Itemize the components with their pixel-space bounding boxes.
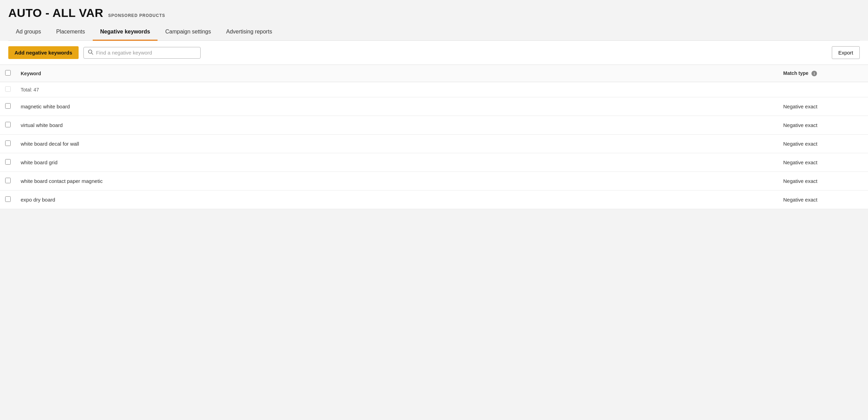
keyword-cell: magnetic white board bbox=[16, 97, 778, 116]
keyword-cell: white board contact paper magnetic bbox=[16, 172, 778, 191]
row-checkbox-cell bbox=[0, 116, 16, 135]
row-checkbox[interactable] bbox=[5, 196, 11, 202]
tab-ad-groups[interactable]: Ad groups bbox=[8, 24, 49, 41]
match-type-cell: Negative exact bbox=[778, 135, 868, 153]
sponsored-badge: SPONSORED PRODUCTS bbox=[108, 13, 165, 18]
select-all-checkbox[interactable] bbox=[5, 70, 11, 76]
page-header: AUTO - ALL VAR SPONSORED PRODUCTS Ad gro… bbox=[0, 0, 868, 41]
row-checkbox-cell bbox=[0, 135, 16, 153]
tab-placements[interactable]: Placements bbox=[49, 24, 93, 41]
search-icon bbox=[88, 49, 93, 56]
table-row: virtual white boardNegative exact bbox=[0, 116, 868, 135]
keyword-cell: expo dry board bbox=[16, 191, 778, 209]
match-type-cell: Negative exact bbox=[778, 97, 868, 116]
row-checkbox[interactable] bbox=[5, 178, 11, 183]
page-wrapper: AUTO - ALL VAR SPONSORED PRODUCTS Ad gro… bbox=[0, 0, 868, 420]
toolbar: Add negative keywords Export bbox=[0, 41, 868, 65]
row-checkbox[interactable] bbox=[5, 103, 11, 109]
keyword-cell: white board decal for wall bbox=[16, 135, 778, 153]
row-checkbox[interactable] bbox=[5, 140, 11, 146]
campaign-title: AUTO - ALL VAR bbox=[8, 6, 103, 20]
tab-campaign-settings[interactable]: Campaign settings bbox=[158, 24, 219, 41]
keyword-column-header: Keyword bbox=[16, 65, 778, 82]
table-row: white board contact paper magneticNegati… bbox=[0, 172, 868, 191]
table-header-row: Keyword Match type i bbox=[0, 65, 868, 82]
svg-line-1 bbox=[91, 53, 93, 54]
search-input[interactable] bbox=[96, 50, 196, 56]
add-negative-keywords-button[interactable]: Add negative keywords bbox=[8, 46, 79, 59]
total-match-cell bbox=[778, 82, 868, 97]
nav-tabs: Ad groupsPlacementsNegative keywordsCamp… bbox=[8, 24, 860, 41]
row-checkbox[interactable] bbox=[5, 122, 11, 127]
row-checkbox-cell bbox=[0, 191, 16, 209]
total-count: Total: 47 bbox=[16, 82, 778, 97]
table-row: magnetic white boardNegative exact bbox=[0, 97, 868, 116]
row-checkbox-cell bbox=[0, 172, 16, 191]
row-checkbox[interactable] bbox=[5, 159, 11, 165]
table-row: white board decal for wallNegative exact bbox=[0, 135, 868, 153]
tab-negative-keywords[interactable]: Negative keywords bbox=[93, 24, 158, 41]
match-type-info-icon[interactable]: i bbox=[811, 71, 817, 76]
match-type-cell: Negative exact bbox=[778, 116, 868, 135]
table-row: expo dry boardNegative exact bbox=[0, 191, 868, 209]
total-row-checkbox[interactable] bbox=[5, 86, 11, 92]
export-button[interactable]: Export bbox=[832, 46, 860, 59]
match-type-column-header: Match type i bbox=[778, 65, 868, 82]
keyword-cell: white board grid bbox=[16, 153, 778, 172]
match-type-cell: Negative exact bbox=[778, 191, 868, 209]
keyword-cell: virtual white board bbox=[16, 116, 778, 135]
tab-advertising-reports[interactable]: Advertising reports bbox=[219, 24, 280, 41]
keywords-table: Keyword Match type i Total: 47 bbox=[0, 65, 868, 209]
row-checkbox-cell bbox=[0, 153, 16, 172]
row-checkbox-cell bbox=[0, 97, 16, 116]
match-type-cell: Negative exact bbox=[778, 172, 868, 191]
match-type-cell: Negative exact bbox=[778, 153, 868, 172]
total-checkbox-cell bbox=[0, 82, 16, 97]
search-container bbox=[83, 47, 201, 59]
title-row: AUTO - ALL VAR SPONSORED PRODUCTS bbox=[8, 6, 860, 20]
table-row: white board gridNegative exact bbox=[0, 153, 868, 172]
total-row: Total: 47 bbox=[0, 82, 868, 97]
select-all-header bbox=[0, 65, 16, 82]
table-container: Keyword Match type i Total: 47 bbox=[0, 65, 868, 209]
